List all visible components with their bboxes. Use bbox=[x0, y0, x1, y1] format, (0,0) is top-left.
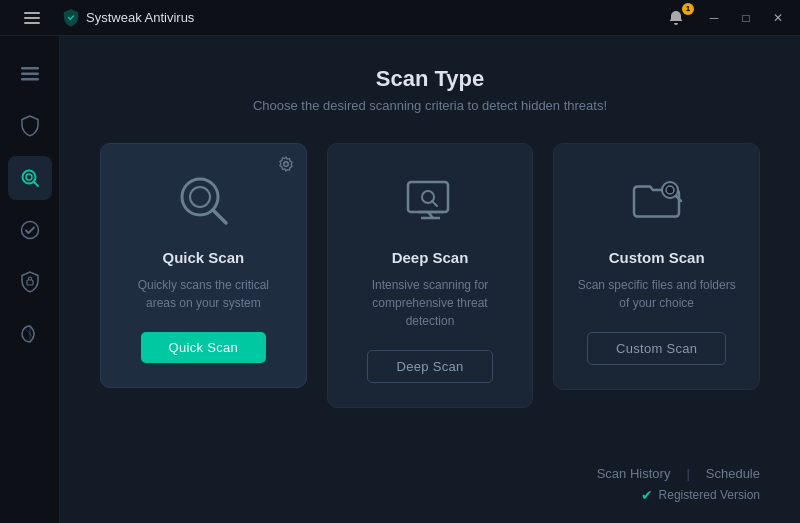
maximize-button[interactable]: □ bbox=[732, 7, 760, 29]
card-settings-icon[interactable] bbox=[278, 156, 294, 175]
custom-scan-card[interactable]: Custom Scan Scan specific files and fold… bbox=[553, 143, 760, 390]
svg-line-7 bbox=[33, 182, 38, 187]
quick-scan-icon bbox=[171, 168, 236, 233]
minimize-button[interactable]: ─ bbox=[700, 7, 728, 29]
footer-links: Scan History | Schedule bbox=[100, 454, 760, 481]
custom-scan-name: Custom Scan bbox=[609, 249, 705, 266]
title-bar-right: 1 ─ □ ✕ bbox=[662, 7, 792, 29]
registered-check-icon: ✔ bbox=[641, 487, 653, 503]
deep-scan-card[interactable]: Deep Scan Intensive scanning for compreh… bbox=[327, 143, 534, 408]
quick-scan-button[interactable]: Quick Scan bbox=[141, 332, 266, 363]
title-bar-left: Systweak Antivirus bbox=[10, 0, 194, 40]
quick-scan-card[interactable]: Quick Scan Quickly scans the critical ar… bbox=[100, 143, 307, 388]
page-title: Scan Type bbox=[100, 66, 760, 92]
sidebar-item-shield[interactable] bbox=[8, 104, 52, 148]
svg-rect-0 bbox=[24, 12, 40, 14]
hamburger-menu-button[interactable] bbox=[10, 0, 54, 40]
close-button[interactable]: ✕ bbox=[764, 7, 792, 29]
quick-scan-desc: Quickly scans the critical areas on your… bbox=[121, 276, 286, 312]
svg-point-12 bbox=[190, 187, 210, 207]
registered-label: Registered Version bbox=[659, 488, 760, 502]
footer-divider: | bbox=[686, 466, 689, 481]
content-area: Scan Type Choose the desired scanning cr… bbox=[60, 36, 800, 523]
main-layout: Scan Type Choose the desired scanning cr… bbox=[0, 36, 800, 523]
svg-rect-5 bbox=[21, 78, 39, 81]
app-title: Systweak Antivirus bbox=[86, 10, 194, 25]
sidebar-item-protect[interactable] bbox=[8, 260, 52, 304]
custom-scan-desc: Scan specific files and folders of your … bbox=[574, 276, 739, 312]
sidebar-item-check[interactable] bbox=[8, 208, 52, 252]
deep-scan-button[interactable]: Deep Scan bbox=[367, 350, 492, 383]
svg-line-13 bbox=[213, 210, 226, 223]
registered-row: ✔ Registered Version bbox=[100, 481, 760, 503]
svg-line-19 bbox=[432, 201, 437, 206]
svg-rect-14 bbox=[408, 182, 448, 212]
scan-history-link[interactable]: Scan History bbox=[597, 466, 671, 481]
scan-cards-container: Quick Scan Quickly scans the critical ar… bbox=[100, 143, 760, 454]
svg-point-8 bbox=[26, 174, 32, 180]
custom-scan-icon bbox=[624, 168, 689, 233]
deep-scan-desc: Intensive scanning for comprehensive thr… bbox=[348, 276, 513, 330]
notification-button[interactable]: 1 bbox=[662, 7, 690, 29]
sidebar-item-menu[interactable] bbox=[8, 52, 52, 96]
sidebar bbox=[0, 36, 60, 523]
logo-icon bbox=[62, 9, 80, 27]
svg-rect-2 bbox=[24, 22, 40, 24]
svg-rect-4 bbox=[21, 73, 39, 76]
notification-badge: 1 bbox=[682, 3, 694, 15]
sidebar-item-scan[interactable] bbox=[8, 156, 52, 200]
svg-rect-10 bbox=[27, 280, 33, 285]
custom-scan-button[interactable]: Custom Scan bbox=[587, 332, 726, 365]
sidebar-item-boost[interactable] bbox=[8, 312, 52, 356]
quick-scan-name: Quick Scan bbox=[162, 249, 244, 266]
svg-rect-1 bbox=[24, 17, 40, 19]
deep-scan-icon bbox=[398, 168, 463, 233]
schedule-link[interactable]: Schedule bbox=[706, 466, 760, 481]
deep-scan-name: Deep Scan bbox=[392, 249, 469, 266]
page-subtitle: Choose the desired scanning criteria to … bbox=[100, 98, 760, 113]
svg-rect-3 bbox=[21, 67, 39, 70]
app-logo: Systweak Antivirus bbox=[62, 9, 194, 27]
title-bar: Systweak Antivirus 1 ─ □ ✕ bbox=[0, 0, 800, 36]
svg-point-9 bbox=[21, 222, 38, 239]
